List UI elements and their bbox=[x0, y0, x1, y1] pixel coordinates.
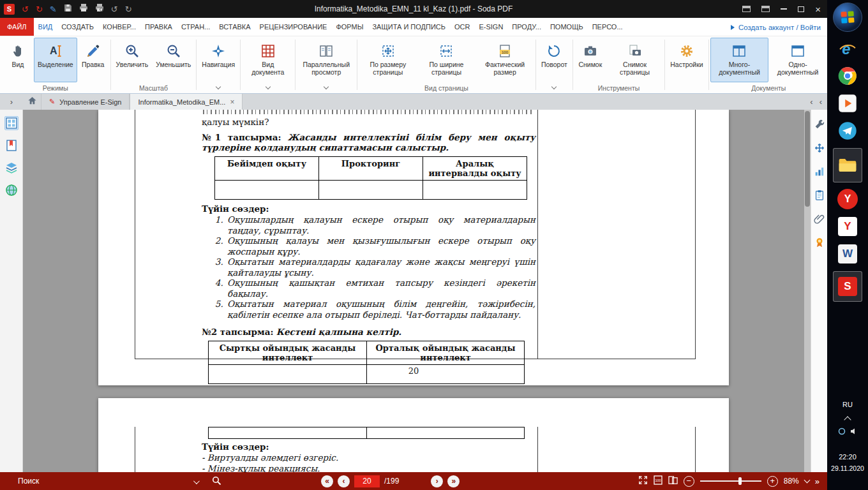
tray-network-icon[interactable] bbox=[838, 426, 846, 438]
taskbar-media-player[interactable] bbox=[837, 93, 858, 114]
layout-view-icon[interactable] bbox=[761, 6, 770, 12]
current-page-field[interactable]: 20 bbox=[354, 475, 380, 487]
single-document-button[interactable]: Одно-документный bbox=[768, 38, 827, 82]
menu-tab-forms[interactable]: ФОРМЫ bbox=[331, 18, 368, 36]
taskbar-file-explorer[interactable] bbox=[833, 148, 862, 182]
undo-icon[interactable]: ↺ bbox=[22, 5, 29, 13]
tray-volume-icon[interactable] bbox=[849, 426, 857, 438]
compact-view-icon[interactable] bbox=[742, 6, 751, 12]
redo-icon[interactable]: ↻ bbox=[36, 5, 43, 13]
save-icon[interactable] bbox=[64, 3, 72, 15]
previous-page-button[interactable]: ‹ bbox=[338, 475, 350, 487]
tab-informatika-pdf[interactable]: Informatika_Metodika_EM... × bbox=[130, 94, 243, 110]
links-panel-button[interactable] bbox=[4, 183, 19, 197]
right-panel-collapse-button[interactable]: ‹ bbox=[819, 97, 822, 107]
menu-tab-esign[interactable]: E-SIGN bbox=[474, 18, 507, 36]
taskbar-yandex-music[interactable]: Y bbox=[837, 188, 858, 210]
clock-time[interactable]: 22:20 bbox=[827, 453, 868, 461]
menu-tab-help[interactable]: ПОМОЩЬ bbox=[546, 18, 588, 36]
search-options-chevron-icon[interactable] bbox=[193, 478, 200, 484]
actual-size-button[interactable]: 100 Фактический размер bbox=[475, 38, 534, 82]
taskbar-telegram[interactable] bbox=[837, 120, 858, 142]
dropdown-chevron-icon[interactable] bbox=[266, 84, 271, 89]
print-preview-icon[interactable] bbox=[95, 3, 104, 15]
clipboard-panel-button[interactable] bbox=[812, 188, 827, 202]
select-mode-button[interactable]: A Выделение bbox=[34, 38, 77, 82]
menu-tab-secure-sign[interactable]: ЗАЩИТА И ПОДПИСЬ bbox=[368, 18, 450, 36]
taskbar-browser[interactable] bbox=[837, 65, 858, 87]
zoom-out-status-button[interactable]: − bbox=[684, 476, 694, 487]
tools-panel-button[interactable] bbox=[812, 117, 827, 131]
home-tab-button[interactable] bbox=[23, 94, 41, 110]
menu-tab-ocr[interactable]: OCR bbox=[450, 18, 474, 36]
dropdown-chevron-icon[interactable] bbox=[216, 84, 221, 89]
signatures-panel-button[interactable] bbox=[812, 235, 827, 249]
first-page-button[interactable]: « bbox=[321, 475, 333, 487]
menu-tab-convert[interactable]: КОНВЕР... bbox=[98, 18, 140, 36]
menu-tab-edit[interactable]: ПРАВКА bbox=[140, 18, 177, 36]
print-icon[interactable] bbox=[79, 3, 88, 15]
menu-tab-products[interactable]: ПРОДУ... bbox=[507, 18, 546, 36]
dropdown-chevron-icon[interactable] bbox=[551, 84, 557, 89]
undo-gray-icon[interactable]: ↺ bbox=[111, 5, 118, 13]
menu-tab-insert[interactable]: ВСТАВКА bbox=[214, 18, 255, 36]
menu-tab-file[interactable]: ФАЙЛ bbox=[0, 18, 34, 36]
thumbnails-panel-button[interactable] bbox=[4, 116, 19, 130]
navigation-button[interactable]: Навигация bbox=[198, 38, 239, 82]
start-button[interactable] bbox=[833, 3, 862, 32]
taskbar-internet-explorer[interactable]: e bbox=[837, 38, 858, 59]
tab-scroll-left-button[interactable]: ‹ bbox=[810, 97, 812, 107]
search-icon[interactable] bbox=[212, 476, 221, 488]
document-view-button[interactable]: Вид документа bbox=[242, 38, 294, 82]
fit-pages-status-icon[interactable] bbox=[668, 475, 678, 487]
menu-tab-pages[interactable]: СТРАН... bbox=[177, 18, 214, 36]
statusbar-expand-icon[interactable]: » bbox=[815, 477, 819, 486]
clock-date[interactable]: 29.11.2020 bbox=[827, 464, 868, 472]
maximize-button[interactable] bbox=[798, 6, 804, 12]
layers-panel-button[interactable] bbox=[4, 161, 19, 175]
menu-tab-personalize[interactable]: ПЕРСО... bbox=[588, 18, 627, 36]
account-link[interactable]: Создать аккаунт / Войти bbox=[731, 18, 821, 36]
redo-gray-icon[interactable]: ↻ bbox=[125, 5, 132, 13]
actual-size-status-icon[interactable]: 100 bbox=[654, 475, 662, 487]
dropdown-chevron-icon[interactable] bbox=[324, 84, 329, 89]
search-button[interactable]: Поиск bbox=[18, 472, 39, 490]
close-tab-icon[interactable]: × bbox=[230, 98, 234, 107]
zoom-slider[interactable] bbox=[700, 480, 761, 482]
next-page-button[interactable]: › bbox=[431, 475, 443, 487]
close-button[interactable]: × bbox=[815, 4, 821, 14]
zoom-in-button[interactable]: Увеличить bbox=[112, 38, 153, 82]
pan-panel-button[interactable] bbox=[812, 141, 827, 155]
menu-tab-review[interactable]: РЕЦЕНЗИРОВАНИЕ bbox=[255, 18, 332, 36]
taskbar-yandex-browser[interactable]: Y bbox=[837, 216, 858, 237]
tab-esign-management[interactable]: ✎ Управление E-Sign bbox=[41, 94, 130, 110]
zoom-out-button[interactable]: Уменьшить bbox=[152, 38, 195, 82]
zoom-slider-thumb[interactable] bbox=[738, 477, 742, 485]
settings-button[interactable]: Настройки bbox=[666, 38, 707, 82]
fit-page-button[interactable]: По размеру страницы bbox=[359, 38, 417, 82]
zoom-in-status-button[interactable]: + bbox=[767, 476, 778, 487]
fullscreen-icon[interactable] bbox=[638, 475, 648, 487]
view-mode-button[interactable]: Вид bbox=[2, 38, 34, 82]
menu-tab-create[interactable]: СОЗДАТЬ bbox=[57, 18, 98, 36]
scrollbar-thumb[interactable] bbox=[805, 111, 810, 207]
rotate-button[interactable]: Поворот bbox=[537, 38, 571, 82]
parallel-view-button[interactable]: Параллельный просмотр bbox=[297, 38, 355, 82]
left-panel-expand-button[interactable]: › bbox=[0, 94, 23, 110]
snapshot-button[interactable]: Снимок bbox=[574, 38, 606, 82]
document-canvas[interactable]: қалуы мүмкін? №1 тапсырма: Жасанды интел… bbox=[23, 110, 804, 472]
zoom-presets-chevron-icon[interactable] bbox=[804, 477, 810, 484]
fit-width-button[interactable]: По ширине страницы bbox=[417, 38, 476, 82]
last-page-button[interactable]: » bbox=[447, 475, 460, 487]
tray-expand-chevron-icon[interactable] bbox=[844, 416, 851, 423]
taskbar-word[interactable]: W bbox=[837, 243, 858, 265]
vertical-scrollbar[interactable] bbox=[804, 110, 811, 472]
edit-mode-button[interactable]: Правка bbox=[77, 38, 109, 82]
page-snapshot-button[interactable]: Снимок страницы bbox=[606, 38, 663, 82]
multi-document-button[interactable]: Много-документный bbox=[710, 38, 769, 82]
attachments-panel-button[interactable] bbox=[812, 212, 827, 226]
minimize-button[interactable] bbox=[781, 8, 787, 10]
language-indicator[interactable]: RU bbox=[827, 401, 868, 408]
taskbar-soda-pdf[interactable]: S bbox=[833, 271, 862, 302]
edit-pencil-icon[interactable]: ✎ bbox=[50, 5, 57, 13]
